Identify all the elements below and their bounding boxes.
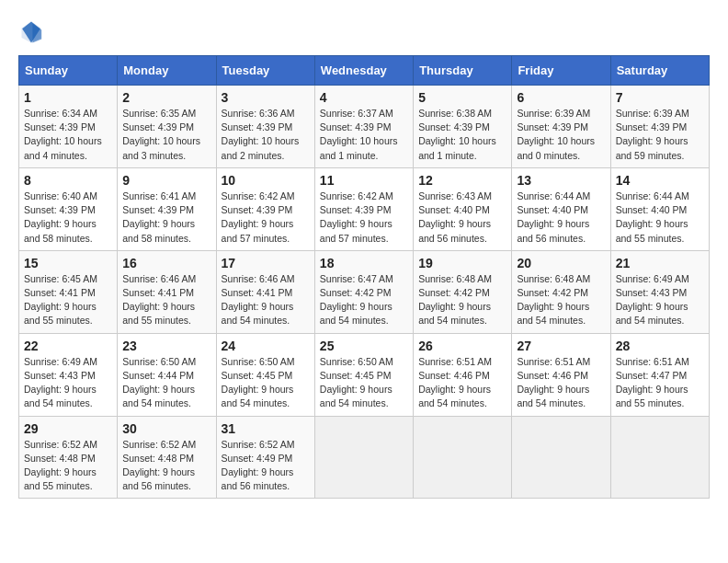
day-info: Sunrise: 6:39 AM Sunset: 4:39 PM Dayligh… <box>616 107 704 163</box>
day-number: 4 <box>320 90 408 105</box>
day-info: Sunrise: 6:34 AM Sunset: 4:39 PM Dayligh… <box>24 107 112 163</box>
calendar-cell: 11 Sunrise: 6:42 AM Sunset: 4:39 PM Dayl… <box>314 167 413 250</box>
day-info: Sunrise: 6:41 AM Sunset: 4:39 PM Dayligh… <box>122 190 210 246</box>
calendar-week-row: 1 Sunrise: 6:34 AM Sunset: 4:39 PM Dayli… <box>19 86 710 168</box>
calendar-cell: 26 Sunrise: 6:51 AM Sunset: 4:46 PM Dayl… <box>414 333 512 416</box>
calendar-cell: 18 Sunrise: 6:47 AM Sunset: 4:42 PM Dayl… <box>314 250 413 333</box>
calendar-cell <box>314 416 413 499</box>
day-info: Sunrise: 6:52 AM Sunset: 4:48 PM Dayligh… <box>24 438 112 494</box>
day-number: 6 <box>517 90 605 105</box>
calendar-cell: 10 Sunrise: 6:42 AM Sunset: 4:39 PM Dayl… <box>216 167 314 250</box>
day-number: 11 <box>320 173 408 188</box>
day-number: 9 <box>122 173 210 188</box>
day-info: Sunrise: 6:46 AM Sunset: 4:41 PM Dayligh… <box>122 272 210 328</box>
day-info: Sunrise: 6:49 AM Sunset: 4:43 PM Dayligh… <box>616 272 704 328</box>
day-info: Sunrise: 6:48 AM Sunset: 4:42 PM Dayligh… <box>418 272 506 328</box>
weekday-header: Tuesday <box>216 56 314 86</box>
calendar-cell: 2 Sunrise: 6:35 AM Sunset: 4:39 PM Dayli… <box>118 86 216 168</box>
weekday-header: Sunday <box>19 56 118 86</box>
day-info: Sunrise: 6:50 AM Sunset: 4:44 PM Dayligh… <box>122 355 210 411</box>
day-info: Sunrise: 6:48 AM Sunset: 4:42 PM Dayligh… <box>517 272 605 328</box>
day-info: Sunrise: 6:46 AM Sunset: 4:41 PM Dayligh… <box>222 272 310 328</box>
day-info: Sunrise: 6:51 AM Sunset: 4:46 PM Dayligh… <box>418 355 506 411</box>
calendar-cell: 19 Sunrise: 6:48 AM Sunset: 4:42 PM Dayl… <box>414 250 512 333</box>
day-info: Sunrise: 6:51 AM Sunset: 4:46 PM Dayligh… <box>517 355 605 411</box>
calendar-cell: 25 Sunrise: 6:50 AM Sunset: 4:45 PM Dayl… <box>314 333 413 416</box>
calendar-cell: 7 Sunrise: 6:39 AM Sunset: 4:39 PM Dayli… <box>610 86 709 168</box>
calendar-cell: 6 Sunrise: 6:39 AM Sunset: 4:39 PM Dayli… <box>512 86 610 168</box>
day-info: Sunrise: 6:52 AM Sunset: 4:48 PM Dayligh… <box>122 438 210 494</box>
calendar-cell: 9 Sunrise: 6:41 AM Sunset: 4:39 PM Dayli… <box>118 167 216 250</box>
calendar-cell: 23 Sunrise: 6:50 AM Sunset: 4:44 PM Dayl… <box>118 333 216 416</box>
day-info: Sunrise: 6:40 AM Sunset: 4:39 PM Dayligh… <box>24 190 112 246</box>
calendar-cell: 20 Sunrise: 6:48 AM Sunset: 4:42 PM Dayl… <box>512 250 610 333</box>
calendar-cell: 8 Sunrise: 6:40 AM Sunset: 4:39 PM Dayli… <box>19 167 118 250</box>
day-number: 23 <box>122 339 210 353</box>
calendar-cell: 15 Sunrise: 6:45 AM Sunset: 4:41 PM Dayl… <box>19 250 118 333</box>
calendar-cell: 30 Sunrise: 6:52 AM Sunset: 4:48 PM Dayl… <box>118 416 216 499</box>
day-number: 10 <box>222 173 310 188</box>
day-info: Sunrise: 6:50 AM Sunset: 4:45 PM Dayligh… <box>320 355 408 411</box>
day-number: 2 <box>122 90 210 105</box>
day-number: 16 <box>122 256 210 270</box>
day-info: Sunrise: 6:35 AM Sunset: 4:39 PM Dayligh… <box>122 107 210 163</box>
calendar-cell: 4 Sunrise: 6:37 AM Sunset: 4:39 PM Dayli… <box>314 86 413 168</box>
logo-icon <box>18 18 44 44</box>
day-number: 18 <box>320 256 408 270</box>
calendar-cell: 14 Sunrise: 6:44 AM Sunset: 4:40 PM Dayl… <box>610 167 709 250</box>
weekday-row: SundayMondayTuesdayWednesdayThursdayFrid… <box>19 56 710 86</box>
day-number: 3 <box>222 90 310 105</box>
calendar-table: SundayMondayTuesdayWednesdayThursdayFrid… <box>18 55 710 499</box>
calendar-cell: 17 Sunrise: 6:46 AM Sunset: 4:41 PM Dayl… <box>216 250 314 333</box>
day-info: Sunrise: 6:42 AM Sunset: 4:39 PM Dayligh… <box>222 190 310 246</box>
day-info: Sunrise: 6:36 AM Sunset: 4:39 PM Dayligh… <box>222 107 310 163</box>
day-info: Sunrise: 6:51 AM Sunset: 4:47 PM Dayligh… <box>616 355 704 411</box>
day-number: 25 <box>320 339 408 353</box>
calendar-week-row: 22 Sunrise: 6:49 AM Sunset: 4:43 PM Dayl… <box>19 333 710 416</box>
day-info: Sunrise: 6:49 AM Sunset: 4:43 PM Dayligh… <box>24 355 112 411</box>
day-info: Sunrise: 6:50 AM Sunset: 4:45 PM Dayligh… <box>222 355 310 411</box>
day-info: Sunrise: 6:44 AM Sunset: 4:40 PM Dayligh… <box>616 190 704 246</box>
calendar-cell: 31 Sunrise: 6:52 AM Sunset: 4:49 PM Dayl… <box>216 416 314 499</box>
calendar-cell: 21 Sunrise: 6:49 AM Sunset: 4:43 PM Dayl… <box>610 250 709 333</box>
calendar-cell: 5 Sunrise: 6:38 AM Sunset: 4:39 PM Dayli… <box>414 86 512 168</box>
calendar-cell: 22 Sunrise: 6:49 AM Sunset: 4:43 PM Dayl… <box>19 333 118 416</box>
calendar-cell <box>414 416 512 499</box>
logo <box>18 18 48 44</box>
calendar-cell: 13 Sunrise: 6:44 AM Sunset: 4:40 PM Dayl… <box>512 167 610 250</box>
calendar-cell: 29 Sunrise: 6:52 AM Sunset: 4:48 PM Dayl… <box>19 416 118 499</box>
day-info: Sunrise: 6:37 AM Sunset: 4:39 PM Dayligh… <box>320 107 408 163</box>
day-number: 31 <box>222 421 310 436</box>
day-number: 13 <box>517 173 605 188</box>
calendar-cell: 27 Sunrise: 6:51 AM Sunset: 4:46 PM Dayl… <box>512 333 610 416</box>
calendar-week-row: 8 Sunrise: 6:40 AM Sunset: 4:39 PM Dayli… <box>19 167 710 250</box>
calendar-cell: 16 Sunrise: 6:46 AM Sunset: 4:41 PM Dayl… <box>118 250 216 333</box>
day-number: 1 <box>24 90 112 105</box>
calendar-header: SundayMondayTuesdayWednesdayThursdayFrid… <box>19 56 710 86</box>
day-info: Sunrise: 6:52 AM Sunset: 4:49 PM Dayligh… <box>222 438 310 494</box>
calendar-week-row: 29 Sunrise: 6:52 AM Sunset: 4:48 PM Dayl… <box>19 416 710 499</box>
day-number: 8 <box>24 173 112 188</box>
calendar-cell: 12 Sunrise: 6:43 AM Sunset: 4:40 PM Dayl… <box>414 167 512 250</box>
weekday-header: Monday <box>118 56 216 86</box>
day-number: 19 <box>418 256 506 270</box>
day-number: 26 <box>418 339 506 353</box>
day-number: 7 <box>616 90 704 105</box>
day-number: 28 <box>616 339 704 353</box>
day-info: Sunrise: 6:45 AM Sunset: 4:41 PM Dayligh… <box>24 272 112 328</box>
calendar-cell: 24 Sunrise: 6:50 AM Sunset: 4:45 PM Dayl… <box>216 333 314 416</box>
day-number: 12 <box>418 173 506 188</box>
calendar-cell <box>610 416 709 499</box>
calendar-week-row: 15 Sunrise: 6:45 AM Sunset: 4:41 PM Dayl… <box>19 250 710 333</box>
day-number: 5 <box>418 90 506 105</box>
calendar-cell <box>512 416 610 499</box>
day-info: Sunrise: 6:39 AM Sunset: 4:39 PM Dayligh… <box>517 107 605 163</box>
day-number: 29 <box>24 421 112 436</box>
day-number: 21 <box>616 256 704 270</box>
header <box>18 18 710 44</box>
day-info: Sunrise: 6:43 AM Sunset: 4:40 PM Dayligh… <box>418 190 506 246</box>
day-number: 30 <box>122 421 210 436</box>
calendar-cell: 3 Sunrise: 6:36 AM Sunset: 4:39 PM Dayli… <box>216 86 314 168</box>
day-number: 22 <box>24 339 112 353</box>
day-number: 17 <box>222 256 310 270</box>
